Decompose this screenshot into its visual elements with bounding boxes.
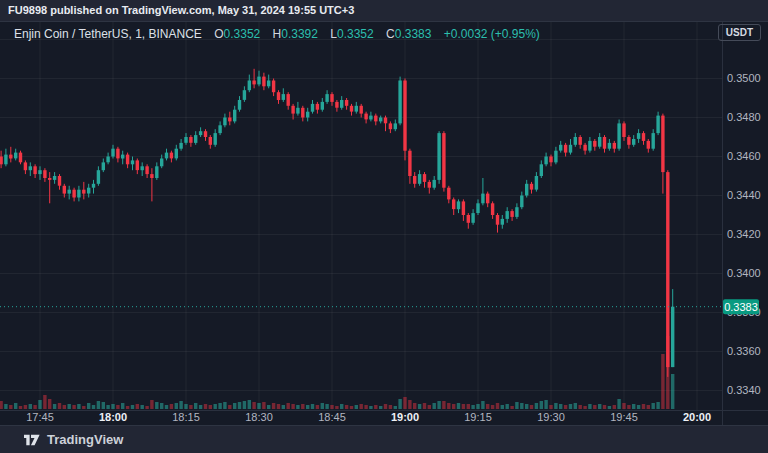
volume-bar-down (622, 403, 625, 409)
candle-down (19, 153, 22, 163)
candle-up (501, 219, 504, 225)
candle-up (267, 81, 270, 87)
volume-bar-down (364, 405, 367, 409)
volume-bar-up (325, 404, 328, 409)
volume-bar-up (471, 405, 474, 409)
candle-up (131, 160, 134, 164)
candle-up (238, 100, 241, 110)
candle-down (262, 77, 265, 87)
candle-down (126, 155, 129, 165)
time-axis-label[interactable]: 18:15 (172, 411, 200, 423)
volume-bar-up (77, 404, 80, 409)
candle-up (321, 102, 324, 110)
volume-bar-up (4, 404, 7, 409)
volume-bar-down (189, 405, 192, 409)
volume-bar-down (277, 404, 280, 409)
candle-up (554, 151, 557, 163)
volume-bar-up (111, 404, 114, 409)
change-value: +0.0032 (+0.95%) (444, 27, 540, 41)
candle-up (394, 123, 397, 129)
candle-up (569, 145, 572, 153)
price-axis-label[interactable]: 0.3360 (727, 345, 761, 357)
volume-bar-down (24, 405, 27, 409)
volume-bar-down (345, 405, 348, 409)
volume-bar-down (209, 405, 212, 409)
volume-bar-down (603, 405, 606, 409)
time-axis-label[interactable]: 20:00 (683, 411, 711, 423)
price-axis-label[interactable]: 0.3480 (727, 111, 761, 123)
volume-bar-up (540, 401, 543, 409)
volume-bar-up (131, 405, 134, 409)
candle-down (486, 194, 489, 204)
currency-toggle-button[interactable]: USDT (718, 24, 761, 41)
candle-up (559, 145, 562, 151)
volume-bar-down (384, 404, 387, 409)
volume-bar-down (0, 401, 3, 409)
tradingview-logo-icon (24, 433, 40, 447)
volume-bar-down (316, 405, 319, 409)
volume-bar-up (165, 405, 168, 409)
time-axis-label[interactable]: 18:45 (318, 411, 346, 423)
price-axis-label[interactable]: 0.3440 (727, 189, 761, 201)
candle-down (301, 108, 304, 118)
volume-bar-up (102, 402, 105, 409)
price-axis-label[interactable]: 0.3420 (727, 228, 761, 240)
volume-bar-up (141, 405, 144, 409)
candle-up (652, 133, 655, 149)
price-axis-label[interactable]: 0.3340 (727, 384, 761, 396)
price-axis-label[interactable]: 0.3400 (727, 267, 761, 279)
candle-up (194, 135, 197, 143)
volume-bar-up (652, 403, 655, 409)
time-axis-label[interactable]: 19:30 (537, 411, 565, 423)
candle-up (325, 94, 328, 102)
volume-bar-down (58, 403, 61, 409)
volume-bar-up (506, 404, 509, 409)
symbol-title[interactable]: Enjin Coin / TetherUS, 1, BINANCE (14, 27, 202, 41)
close-value: 0.3383 (395, 27, 432, 41)
candle-up (175, 149, 178, 159)
close-label: C (386, 27, 395, 41)
price-chart[interactable]: 17:4518:0018:1518:3018:4519:0019:1519:30… (0, 22, 768, 425)
volume-bar-down (423, 403, 426, 409)
volume-bar-down (82, 406, 85, 409)
volume-bar-down (583, 406, 586, 409)
volume-bar-up (218, 403, 221, 409)
candle-down (647, 141, 650, 149)
tradingview-link[interactable]: TradingView (24, 432, 123, 447)
time-axis-label[interactable]: 17:45 (26, 411, 54, 423)
volume-bar-up (588, 404, 591, 409)
candle-down (666, 172, 669, 367)
candle-up (102, 162, 105, 170)
chart-area[interactable]: 17:4518:0018:1518:3018:4519:0019:1519:30… (0, 22, 768, 425)
time-axis-label[interactable]: 19:15 (464, 411, 492, 423)
time-axis-label[interactable]: 19:45 (610, 411, 638, 423)
volume-bar-up (340, 404, 343, 409)
price-axis-label[interactable]: 0.3460 (727, 150, 761, 162)
volume-bar-down (228, 405, 231, 409)
candle-up (179, 143, 182, 149)
candle-up (306, 112, 309, 118)
candle-up (38, 170, 41, 174)
candle-down (593, 141, 596, 147)
candle-down (24, 162, 27, 170)
candle-down (496, 215, 499, 225)
time-axis-label[interactable]: 18:00 (99, 411, 127, 423)
candle-up (184, 137, 187, 143)
volume-bar-up (535, 403, 538, 409)
time-axis-label[interactable]: 19:00 (391, 411, 419, 423)
low-value: 0.3352 (337, 27, 374, 41)
candle-up (520, 196, 523, 208)
time-axis-label[interactable]: 18:30 (245, 411, 273, 423)
volume-bar-up (306, 405, 309, 409)
candle-up (457, 201, 460, 209)
tradingview-snapshot: FU9898 published on TradingView.com, May… (0, 0, 768, 453)
candle-down (287, 94, 290, 106)
volume-bar-up (282, 405, 285, 409)
price-axis-label[interactable]: 0.3500 (727, 72, 761, 84)
candle-down (189, 137, 192, 143)
volume-bar-up (29, 404, 32, 409)
candle-down (360, 106, 363, 114)
candle-up (106, 157, 109, 163)
volume-bar-down (63, 405, 66, 409)
volume-bar-down (204, 404, 207, 409)
